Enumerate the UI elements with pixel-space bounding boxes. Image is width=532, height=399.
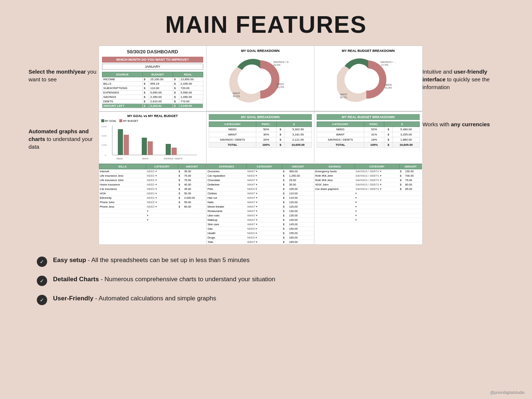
- svg-text:0: 0: [105, 154, 106, 156]
- month-selector-label: WHICH MONTH DO YOU WANT TO IMPROVE?: [102, 57, 204, 63]
- middle-grid: MY GOAL vs MY REAL BUDGET MY GOAL MY BUD…: [99, 112, 422, 163]
- table-row: Roth IRA JessSAVINGS / DEBTS ▾$75.00: [314, 178, 422, 183]
- expenses-panel: EXPENSES CATEGORY AMOUNT GroceriesWANT ▾…: [207, 163, 314, 244]
- real-breakdown-table-panel: MY REAL BUDGET BREAKDOWN CATEGORY PERC. …: [314, 112, 422, 163]
- table-row: WANT31%$3,255.00: [317, 132, 420, 137]
- svg-text:2,000: 2,000: [101, 144, 107, 146]
- svg-text:WANT: WANT: [340, 93, 348, 96]
- table-row: Phone JessNEED ▾$60.00: [99, 205, 206, 209]
- real-total-row: TOTAL100%$10,605.00: [317, 142, 420, 148]
- table-row: NEED52%$5,490.00: [317, 127, 420, 132]
- bottom-grid: BILLS CATEGORY AMOUNT InternetNEED ▾$35.…: [99, 163, 422, 244]
- bills-header-amount: AMOUNT: [178, 164, 206, 169]
- real-breakdown-table-title: MY REAL BUDGET BREAKDOWN: [317, 114, 420, 120]
- savings-panel: SAVINGS CATEGORY AMOUNT Emergency fundsS…: [314, 163, 422, 244]
- goal-breakdown-table: CATEGORY PERC. $ NEED50%$5,302.50 WANT30…: [209, 121, 312, 148]
- table-row: EXPENSES$5,650.00$5,590.00: [102, 91, 203, 95]
- svg-point-7: [357, 68, 379, 91]
- table-row: Home insuranceNEED ▾$40.00: [99, 183, 206, 187]
- svg-text:30.0%: 30.0%: [233, 95, 240, 98]
- goal-header-amount: $: [276, 122, 312, 127]
- table-row: Movie theaterWANT ▾$125.00: [207, 205, 314, 209]
- table-row: Phone JohnNEED ▾$55.00: [99, 200, 206, 205]
- table-row: Car reparationNEED ▾$1,250.00: [207, 174, 314, 178]
- table-row: ▾: [314, 200, 422, 205]
- main-container: Select the month/year you want to see Au…: [0, 46, 532, 245]
- annotation-select-month: Select the month/year you want to see: [29, 68, 99, 83]
- real-header-category: CATEGORY: [317, 122, 364, 127]
- svg-rect-26: [166, 144, 171, 155]
- spreadsheet: 50/30/20 DASHBOARD WHICH MONTH DO YOU WA…: [99, 46, 423, 245]
- table-row: InternetNEED ▾$35.00: [99, 169, 206, 174]
- svg-text:51.8%: 51.8%: [385, 86, 392, 89]
- expenses-header-amount: AMOUNT: [282, 164, 314, 169]
- dashboard-panel: 50/30/20 DASHBOARD WHICH MONTH DO YOU WA…: [99, 46, 207, 111]
- budget-summary-table: SOURCE BUDGET REAL INCOME$15,100.00$13,6…: [102, 72, 204, 108]
- table-row: DEBTS$2,610.00$770.00: [102, 99, 203, 104]
- table-row: DrugsNEED ▾$160.00: [207, 236, 314, 240]
- table-row: ▾: [99, 213, 206, 218]
- expenses-table: EXPENSES CATEGORY AMOUNT GroceriesWANT ▾…: [207, 164, 314, 244]
- goal-header-perc: PERC.: [256, 122, 276, 127]
- table-row: ▾: [314, 205, 422, 209]
- savings-header-cat: CATEGORY: [355, 164, 399, 169]
- table-row: ▾: [314, 218, 422, 222]
- svg-point-0: [249, 68, 271, 91]
- table-row: WANT30%$3,181.50: [209, 132, 312, 137]
- svg-text:6,000: 6,000: [101, 126, 107, 128]
- budget-header-real: REAL: [173, 72, 203, 77]
- real-breakdown-table: CATEGORY PERC. $ NEED52%$5,490.00 WANT31…: [317, 121, 420, 148]
- bullets-section: ✓ Easy setup - All the spreadsheets can …: [0, 245, 532, 321]
- bills-header-name: BILLS: [99, 164, 146, 169]
- bullet-item-easy-setup: ✓ Easy setup - All the spreadsheets can …: [37, 256, 495, 267]
- table-row: ▾: [314, 196, 422, 200]
- table-row: 401K JohnSAVINGS / DEBTS ▾$80.00: [314, 183, 422, 187]
- real-donut-svg: SAVINGS / ... 17.5% NEED 51.8% WANT 30.7…: [337, 56, 399, 103]
- table-row: Skin careWANT ▾$145.00: [207, 222, 314, 227]
- svg-rect-24: [148, 141, 153, 155]
- table-row: ▾: [314, 191, 422, 196]
- real-breakdown-donut-panel: MY REAL BUDGET BREAKDOWN SAVINGS / ... 1…: [314, 46, 422, 111]
- svg-text:NEED: NEED: [277, 83, 284, 85]
- table-row: Emergency fundsSAVINGS / DEBTS ▾$150.00: [314, 169, 422, 174]
- table-row: NEED50%$5,302.50: [209, 127, 312, 132]
- real-header-amount: $: [384, 122, 420, 127]
- svg-text:30.7%: 30.7%: [340, 96, 347, 99]
- table-row: ElectricityNEED ▾$2,000.00: [99, 196, 206, 200]
- bar-chart-legend: MY GOAL MY BUDGET: [101, 119, 204, 122]
- budget-header-source: SOURCE: [102, 72, 142, 77]
- svg-text:17.5%: 17.5%: [381, 64, 388, 66]
- table-row: ▾: [99, 218, 206, 222]
- goal-header-category: CATEGORY: [209, 122, 256, 127]
- table-row: DollartreeWANT ▾$30.00: [207, 183, 314, 187]
- annotation-graphs: Automated graphs and charts to understan…: [29, 127, 99, 151]
- svg-text:4,000: 4,000: [101, 135, 107, 137]
- table-row: GasNEED ▾$150.00: [207, 227, 314, 231]
- svg-text:50.0%: 50.0%: [277, 86, 284, 88]
- table-row: SAVINGS$2,350.00$1,090.00: [102, 95, 203, 99]
- month-value: JANUARY: [102, 64, 204, 70]
- table-row: ▾: [314, 209, 422, 213]
- bullet-text-detailed-charts: Detailed Charts - Numerous comprehensive…: [53, 275, 275, 284]
- table-row: MakeupWANT ▾$140.00: [207, 218, 314, 222]
- table-row: ▾: [314, 213, 422, 218]
- legend-my-goal: MY GOAL: [101, 119, 117, 122]
- svg-text:WANT: WANT: [233, 92, 240, 95]
- bullet-item-user-friendly: ✓ User-Friendly - Automated calculations…: [37, 294, 495, 305]
- svg-text:NEED: NEED: [116, 158, 123, 160]
- goal-breakdown-table-title: MY GOAL BREAKDOWN: [209, 114, 312, 120]
- goal-donut-svg: SAVINGS / D. 20.0% NEED 50.0% WANT 30.0%: [229, 56, 292, 103]
- table-row: ClothesWANT ▾$110.00: [207, 191, 314, 196]
- bullet-text-user-friendly: User-Friendly - Automated calculations a…: [53, 294, 216, 303]
- svg-text:SAVINGS / ...: SAVINGS / ...: [380, 61, 396, 63]
- table-row: Life insurance JessNEED ▾$75.00: [99, 174, 206, 178]
- real-header-perc: PERC.: [364, 122, 384, 127]
- svg-text:SAVINGS / D.: SAVINGS / D.: [273, 61, 289, 63]
- svg-text:WANT: WANT: [142, 158, 149, 160]
- annotation-currencies: Works with any currencies: [423, 120, 504, 128]
- dashboard-grid: 50/30/20 DASHBOARD WHICH MONTH DO YOU WA…: [99, 46, 422, 112]
- svg-text:NEED: NEED: [385, 84, 392, 86]
- goal-total-row: TOTAL100%$10,605.00: [209, 142, 312, 148]
- svg-text:20.0%: 20.0%: [273, 64, 281, 66]
- svg-rect-23: [142, 138, 147, 155]
